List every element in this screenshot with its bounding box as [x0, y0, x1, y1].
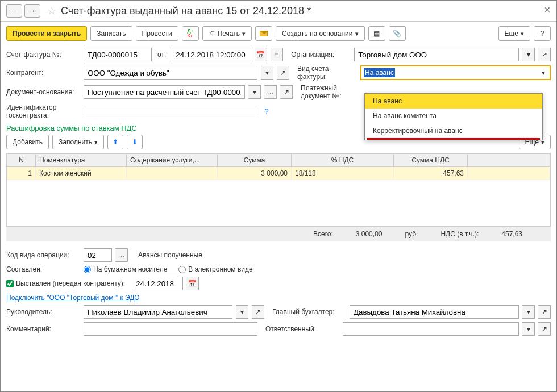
invoice-type-label: Вид счета-фактуры: [297, 65, 357, 81]
list-icon[interactable]: ≡ [271, 48, 283, 61]
op-code-text: Авансы полученные [138, 251, 202, 259]
electronic-radio[interactable]: В электронном виде [178, 265, 252, 273]
cp-open-icon[interactable]: ↗ [277, 66, 289, 80]
move-down-button[interactable]: ⬇ [127, 135, 143, 149]
basis-doc-label: Документ-основание: [6, 88, 80, 96]
col-nom[interactable]: Номенклатура [36, 154, 127, 167]
structure-icon: ▤ [373, 30, 380, 37]
issued-calendar-icon[interactable]: 📅 [186, 277, 199, 290]
col-sum[interactable]: Сумма [218, 154, 292, 167]
process-button[interactable]: Провести [136, 26, 178, 41]
more-button[interactable]: Еще▾ [498, 26, 530, 41]
create-based-button[interactable]: Создать на основании▾ [276, 26, 365, 41]
basis-open-icon[interactable]: ↗ [280, 85, 293, 99]
red-underline [367, 138, 540, 140]
op-code-label: Код вида операции: [6, 251, 80, 259]
from-label: от: [157, 51, 166, 59]
col-vatsum[interactable]: Сумма НДС [394, 154, 468, 167]
totals-bar: Всего: 3 000,00 руб. НДС (в т.ч.): 457,6… [6, 227, 551, 241]
gov-contract-label: Идентификатор госконтракта: [6, 103, 80, 119]
head-open-icon[interactable]: ↗ [252, 305, 264, 319]
page-title: Счет-фактура выданный на аванс 15 от 24.… [61, 5, 311, 17]
op-code-dots-icon[interactable]: … [115, 248, 128, 262]
org-dropdown-icon[interactable]: ▾ [522, 48, 535, 61]
invoice-no-label: Счет-фактура №: [6, 51, 80, 59]
issued-checkbox[interactable]: Выставлен (передан контрагенту): [6, 280, 125, 287]
payment-doc-label: Платежный документ №: [301, 84, 360, 100]
org-label: Организация: [291, 51, 351, 59]
chevron-down-icon: ▾ [539, 69, 547, 77]
basis-dots-icon[interactable]: … [264, 85, 277, 99]
cp-dropdown-icon[interactable]: ▾ [261, 66, 273, 80]
resp-dropdown-icon[interactable]: ▾ [522, 322, 535, 336]
issued-date-input[interactable] [132, 277, 183, 290]
dropdown-item-advance[interactable]: На аванс [365, 94, 542, 109]
structure-button[interactable]: ▤ [368, 26, 385, 41]
org-open-icon[interactable]: ↗ [538, 48, 551, 61]
comment-label: Комментарий: [6, 325, 80, 333]
add-button[interactable]: Добавить [6, 135, 49, 149]
counterparty-input[interactable] [84, 66, 257, 80]
responsible-label: Ответственный: [265, 325, 339, 333]
help-button[interactable]: ? [534, 26, 551, 41]
help-icon[interactable]: ? [264, 107, 269, 116]
dtkt-button[interactable]: ДтКт [182, 26, 199, 41]
op-code-input[interactable] [84, 248, 112, 262]
basis-dropdown-icon[interactable]: ▾ [248, 85, 261, 99]
printer-icon: 🖨 [209, 30, 215, 37]
save-button[interactable]: Записать [90, 26, 132, 41]
envelope-icon [260, 31, 268, 36]
acc-open-icon[interactable]: ↗ [538, 305, 551, 319]
clip-icon: 📎 [393, 30, 401, 37]
accountant-label: Главный бухгалтер: [272, 308, 346, 316]
head-input[interactable] [84, 305, 232, 319]
head-label: Руководитель: [6, 308, 80, 316]
col-n[interactable]: N [7, 154, 36, 167]
nav-back-button[interactable]: ← [6, 4, 22, 18]
gov-contract-input[interactable] [84, 105, 257, 118]
counterparty-label: Контрагент: [6, 69, 80, 77]
comment-input[interactable] [84, 322, 257, 336]
print-button[interactable]: 🖨Печать▾ [202, 26, 252, 41]
table: N Номенклатура Содержание услуги,... Сум… [6, 153, 551, 227]
col-vat[interactable]: % НДС [292, 154, 394, 167]
nav-fwd-button[interactable]: → [24, 4, 40, 18]
invoice-type-select[interactable]: На аванс ▾ [360, 65, 551, 80]
calendar-icon[interactable]: 📅 [255, 48, 267, 61]
fill-button[interactable]: Заполнить▾ [52, 135, 104, 149]
resp-open-icon[interactable]: ↗ [538, 322, 551, 336]
acc-dropdown-icon[interactable]: ▾ [522, 305, 535, 319]
basis-doc-input[interactable] [84, 85, 245, 99]
table-row[interactable]: 1 Костюм женский 3 000,00 18/118 457,63 [7, 167, 550, 180]
dropdown-item-correction[interactable]: Корректировочный на аванс [365, 123, 542, 138]
invoice-type-dropdown: На аванс На аванс комитента Корректирово… [364, 93, 543, 140]
star-icon[interactable]: ☆ [47, 5, 56, 17]
move-up-button[interactable]: ⬆ [107, 135, 123, 149]
date-input[interactable] [172, 48, 251, 61]
attach-button[interactable]: 📎 [389, 26, 406, 41]
edo-link[interactable]: Подключить "ООО "Торговый дом"" к ЭДО [6, 294, 140, 302]
dropdown-item-komitent[interactable]: На аванс комитента [365, 109, 542, 123]
close-icon[interactable]: ✕ [544, 5, 551, 14]
col-svc[interactable]: Содержание услуги,... [127, 154, 218, 167]
accountant-input[interactable] [350, 305, 519, 319]
head-dropdown-icon[interactable]: ▾ [236, 305, 248, 319]
paper-radio[interactable]: На бумажном носителе [84, 265, 167, 273]
email-button[interactable] [255, 26, 272, 41]
org-input[interactable] [354, 48, 519, 61]
invoice-no-input[interactable] [84, 48, 152, 61]
responsible-input[interactable] [343, 322, 519, 336]
process-close-button[interactable]: Провести и закрыть [6, 26, 87, 41]
composed-label: Составлен: [6, 265, 80, 273]
